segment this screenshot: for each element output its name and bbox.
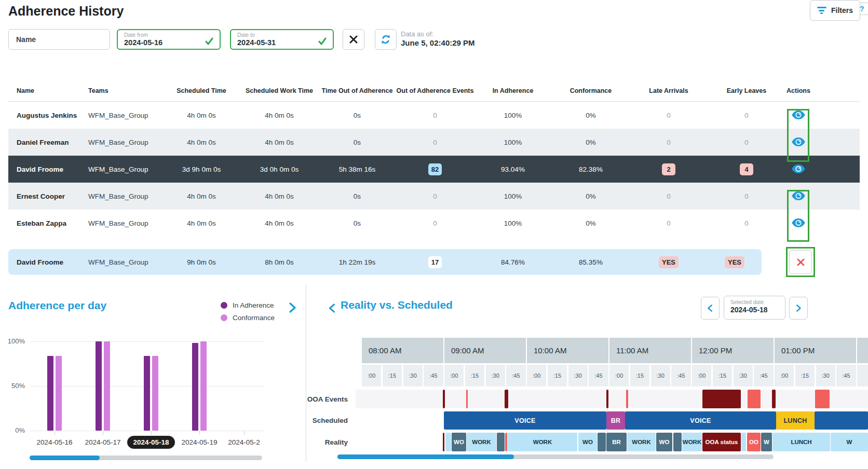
reality-segment[interactable]: WORK [508, 433, 577, 451]
row-cell: 0 [630, 112, 708, 119]
quarter-header-cell: :00 [692, 365, 711, 387]
view-details-button[interactable] [791, 163, 806, 175]
bar-conformance [56, 356, 62, 431]
reality-segment[interactable] [445, 433, 451, 451]
quarter-header-cell: :30 [816, 365, 835, 387]
quarter-header-cell: :45 [424, 365, 443, 387]
data-as-of-label: Data as of: [401, 30, 475, 38]
view-details-button[interactable] [791, 136, 806, 148]
x-axis-label[interactable]: 2024-05-2 [215, 438, 273, 446]
table-row[interactable]: David FroomeWFM_Base_Group3d 9h 0m 0s3d … [8, 156, 860, 183]
row-cell: 0 [708, 112, 785, 119]
chevron-left-icon [707, 304, 714, 313]
quarter-header-cell: :00 [609, 365, 629, 387]
row-team: WFM_Base_Group [88, 165, 162, 173]
scheduled-segment[interactable]: LUNCH [776, 411, 815, 430]
detail-ooa-events-badge: 17 [428, 256, 442, 268]
clear-filters-button[interactable] [343, 29, 364, 50]
timeline-quarters-header: :00:15:30:45:00:15:30:45:00:15:30:45:00:… [356, 365, 868, 387]
reality-segment[interactable]: OO [747, 433, 761, 451]
ooa-event-mark [815, 390, 830, 408]
selected-date-input[interactable]: Selected date 2024-05-18 [724, 296, 785, 320]
reality-segment[interactable]: WORK [467, 433, 496, 451]
filters-button[interactable]: Filters [810, 0, 860, 21]
quarter-header-cell: :15 [548, 365, 567, 387]
reality-segment[interactable] [443, 433, 444, 451]
next-day-button[interactable] [789, 297, 808, 320]
quarter-header-cell: :30 [734, 365, 753, 387]
reality-segment[interactable]: OOA status [702, 433, 741, 451]
reality-segment[interactable]: WORK [627, 433, 656, 451]
scheduled-segment[interactable]: BR [606, 411, 625, 430]
x-axis-tick [103, 431, 103, 435]
data-as-of-value: June 5, 02:40:29 PM [401, 38, 475, 47]
reality-segment[interactable] [741, 433, 746, 451]
reality-segment[interactable]: WO [452, 433, 466, 451]
reality-segment[interactable] [505, 433, 507, 451]
reality-segment[interactable] [673, 433, 682, 451]
reality-segment[interactable]: WO [656, 433, 672, 451]
table-row[interactable]: Daniel FreemanWFM_Base_Group4h 0m 0s4h 0… [8, 129, 860, 156]
scheduled-segment[interactable]: VOICE [625, 411, 776, 430]
view-details-button[interactable] [791, 190, 806, 202]
date-to-value: 2024-05-31 [237, 38, 276, 47]
gridline-100 [30, 341, 264, 342]
prev-day-button[interactable] [701, 297, 720, 320]
close-detail-button[interactable] [789, 250, 812, 274]
reality-segment[interactable] [497, 433, 505, 451]
name-filter-input[interactable] [8, 29, 110, 50]
row-cell: 0 [396, 139, 474, 146]
scheduled-segment[interactable] [815, 411, 868, 430]
refresh-button[interactable] [375, 29, 397, 50]
refresh-icon [381, 34, 391, 45]
row-cell: 0 [630, 219, 708, 227]
reality-segment[interactable]: LUNCH [772, 433, 830, 451]
row-cell: 4h 0m 0s [162, 112, 240, 119]
chart-scrollbar-thumb[interactable] [30, 456, 100, 460]
reality-segment[interactable]: WO [578, 433, 597, 451]
y-tick-0: 0% [3, 426, 25, 434]
expand-chart-button[interactable] [287, 302, 297, 315]
row-actions [785, 109, 811, 121]
row-name: David Froome [8, 165, 88, 173]
scheduled-segment[interactable]: VOICE [444, 411, 606, 430]
timeline-scrollbar-thumb[interactable] [337, 454, 514, 459]
quarter-header-cell: :45 [754, 365, 773, 387]
hour-header-cell-partial [857, 338, 868, 363]
reality-segment[interactable]: W [761, 433, 772, 451]
table-row[interactable]: Augustus JenkinsWFM_Base_Group4h 0m 0s4h… [8, 102, 860, 129]
row-cell: 0% [552, 139, 630, 146]
date-from-input[interactable]: Date from 2024-05-16 [117, 29, 221, 50]
table-header: Name Teams Scheduled Time Scheduled Work… [8, 67, 860, 102]
table-row[interactable]: Esteban ZappaWFM_Base_Group4h 0m 0s4h 0m… [8, 210, 860, 237]
view-details-button[interactable] [791, 217, 806, 229]
chart-scrollbar-track[interactable] [30, 456, 262, 460]
row-cell: 100% [474, 139, 552, 146]
row-cell: 0s [318, 112, 396, 119]
reality-segment[interactable]: BR [606, 433, 627, 451]
row-badge: 2 [662, 163, 675, 175]
ooa-event-mark [772, 390, 776, 408]
quarter-header-cell-partial [857, 365, 868, 387]
detail-early-leaves-badge: YES [725, 256, 744, 268]
eye-icon [792, 137, 805, 146]
reality-segment[interactable]: WORK [682, 433, 702, 451]
hour-header-cell: 10:00 AM [527, 338, 608, 363]
row-cell: 4h 0m 0s [240, 192, 318, 200]
selected-date-pill[interactable]: 2024-05-18 [127, 436, 174, 449]
chevron-right-icon [287, 302, 297, 313]
date-to-input[interactable]: Date to 2024-05-31 [230, 29, 334, 50]
collapse-timeline-button[interactable] [328, 302, 337, 316]
date-to-label: Date to [237, 32, 276, 38]
bar-conformance [104, 341, 110, 431]
quarter-header-cell: :45 [836, 365, 856, 387]
reality-segment[interactable] [598, 433, 606, 451]
ooa-event-mark [505, 390, 508, 408]
view-details-button[interactable] [791, 109, 806, 121]
row-badge: 82 [428, 163, 442, 175]
table-row[interactable]: Ernest CooperWFM_Base_Group4h 0m 0s4h 0m… [8, 183, 860, 210]
timeline-scrollbar-track[interactable] [337, 454, 774, 459]
reality-segment[interactable]: W [831, 433, 868, 451]
quarter-header-cell: :45 [671, 365, 690, 387]
y-tick-100: 100% [3, 337, 25, 345]
